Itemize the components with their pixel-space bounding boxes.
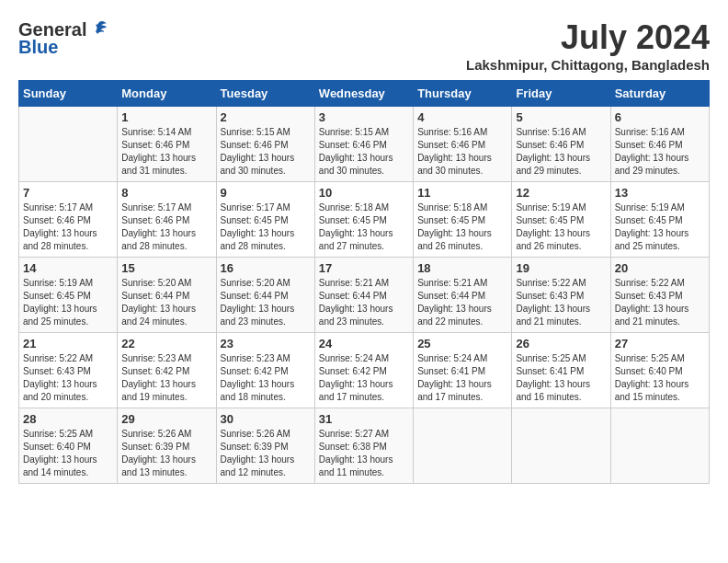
calendar-cell: 23Sunrise: 5:23 AM Sunset: 6:42 PM Dayli… — [216, 333, 314, 408]
day-detail: Sunrise: 5:16 AM Sunset: 6:46 PM Dayligh… — [615, 126, 705, 178]
day-detail: Sunrise: 5:26 AM Sunset: 6:39 PM Dayligh… — [121, 428, 211, 479]
calendar-cell: 31Sunrise: 5:27 AM Sunset: 6:38 PM Dayli… — [314, 408, 413, 484]
day-number: 30 — [221, 412, 311, 426]
day-of-week-sunday: Sunday — [19, 81, 118, 107]
calendar-cell — [19, 107, 118, 182]
calendar-cell: 3Sunrise: 5:15 AM Sunset: 6:46 PM Daylig… — [314, 107, 413, 182]
day-number: 31 — [319, 412, 409, 426]
day-detail: Sunrise: 5:18 AM Sunset: 6:45 PM Dayligh… — [319, 201, 409, 253]
calendar-table: SundayMondayTuesdayWednesdayThursdayFrid… — [18, 80, 710, 484]
day-detail: Sunrise: 5:21 AM Sunset: 6:44 PM Dayligh… — [319, 277, 409, 328]
day-number: 28 — [23, 412, 113, 426]
day-number: 19 — [516, 261, 606, 275]
day-detail: Sunrise: 5:19 AM Sunset: 6:45 PM Dayligh… — [615, 201, 705, 253]
day-number: 17 — [319, 261, 409, 275]
day-detail: Sunrise: 5:17 AM Sunset: 6:46 PM Dayligh… — [23, 201, 113, 253]
calendar-cell: 1Sunrise: 5:14 AM Sunset: 6:46 PM Daylig… — [118, 107, 216, 182]
day-detail: Sunrise: 5:20 AM Sunset: 6:44 PM Dayligh… — [121, 277, 211, 328]
day-number: 3 — [319, 110, 409, 124]
day-number: 8 — [121, 186, 211, 200]
day-number: 12 — [516, 186, 606, 200]
day-detail: Sunrise: 5:19 AM Sunset: 6:45 PM Dayligh… — [23, 277, 113, 328]
day-number: 4 — [417, 110, 507, 124]
day-number: 22 — [121, 337, 211, 350]
calendar-week-4: 21Sunrise: 5:22 AM Sunset: 6:43 PM Dayli… — [19, 333, 710, 408]
calendar-week-2: 7Sunrise: 5:17 AM Sunset: 6:46 PM Daylig… — [19, 182, 710, 258]
day-detail: Sunrise: 5:27 AM Sunset: 6:38 PM Dayligh… — [319, 428, 409, 479]
day-detail: Sunrise: 5:25 AM Sunset: 6:40 PM Dayligh… — [23, 428, 113, 479]
calendar-cell — [414, 408, 512, 484]
day-number: 18 — [417, 261, 507, 275]
day-of-week-saturday: Saturday — [610, 81, 709, 107]
calendar-cell: 28Sunrise: 5:25 AM Sunset: 6:40 PM Dayli… — [19, 408, 118, 484]
day-number: 20 — [615, 261, 705, 275]
calendar-cell: 14Sunrise: 5:19 AM Sunset: 6:45 PM Dayli… — [19, 258, 118, 333]
calendar-week-5: 28Sunrise: 5:25 AM Sunset: 6:40 PM Dayli… — [19, 408, 710, 484]
calendar-cell: 2Sunrise: 5:15 AM Sunset: 6:46 PM Daylig… — [216, 107, 314, 182]
calendar-cell: 10Sunrise: 5:18 AM Sunset: 6:45 PM Dayli… — [314, 182, 413, 258]
day-of-week-wednesday: Wednesday — [314, 81, 413, 107]
day-number: 25 — [417, 337, 507, 350]
day-detail: Sunrise: 5:25 AM Sunset: 6:40 PM Dayligh… — [615, 352, 705, 404]
day-detail: Sunrise: 5:22 AM Sunset: 6:43 PM Dayligh… — [516, 277, 606, 328]
calendar-week-3: 14Sunrise: 5:19 AM Sunset: 6:45 PM Dayli… — [19, 258, 710, 333]
calendar-cell — [512, 408, 610, 484]
day-detail: Sunrise: 5:24 AM Sunset: 6:41 PM Dayligh… — [417, 352, 507, 404]
day-number: 24 — [319, 337, 409, 350]
day-detail: Sunrise: 5:17 AM Sunset: 6:45 PM Dayligh… — [221, 201, 311, 253]
month-year-title: July 2024 — [466, 18, 710, 57]
location-subtitle: Lakshmipur, Chittagong, Bangladesh — [466, 57, 710, 73]
calendar-cell: 16Sunrise: 5:20 AM Sunset: 6:44 PM Dayli… — [216, 258, 314, 333]
day-detail: Sunrise: 5:14 AM Sunset: 6:46 PM Dayligh… — [121, 126, 211, 178]
calendar-week-1: 1Sunrise: 5:14 AM Sunset: 6:46 PM Daylig… — [19, 107, 710, 182]
day-detail: Sunrise: 5:21 AM Sunset: 6:44 PM Dayligh… — [417, 277, 507, 328]
day-number: 1 — [121, 110, 211, 124]
day-detail: Sunrise: 5:20 AM Sunset: 6:44 PM Dayligh… — [221, 277, 311, 328]
day-number: 23 — [221, 337, 311, 350]
day-detail: Sunrise: 5:18 AM Sunset: 6:45 PM Dayligh… — [417, 201, 507, 253]
calendar-cell: 11Sunrise: 5:18 AM Sunset: 6:45 PM Dayli… — [414, 182, 512, 258]
calendar-cell: 29Sunrise: 5:26 AM Sunset: 6:39 PM Dayli… — [118, 408, 216, 484]
day-detail: Sunrise: 5:17 AM Sunset: 6:46 PM Dayligh… — [121, 201, 211, 253]
day-number: 13 — [615, 186, 705, 200]
day-number: 21 — [23, 337, 113, 350]
day-number: 27 — [615, 337, 705, 350]
day-detail: Sunrise: 5:23 AM Sunset: 6:42 PM Dayligh… — [221, 352, 311, 404]
day-detail: Sunrise: 5:22 AM Sunset: 6:43 PM Dayligh… — [23, 352, 113, 404]
calendar-cell: 20Sunrise: 5:22 AM Sunset: 6:43 PM Dayli… — [610, 258, 709, 333]
days-of-week-row: SundayMondayTuesdayWednesdayThursdayFrid… — [19, 81, 710, 107]
day-number: 29 — [121, 412, 211, 426]
day-detail: Sunrise: 5:24 AM Sunset: 6:42 PM Dayligh… — [319, 352, 409, 404]
calendar-cell: 30Sunrise: 5:26 AM Sunset: 6:39 PM Dayli… — [216, 408, 314, 484]
calendar-cell: 17Sunrise: 5:21 AM Sunset: 6:44 PM Dayli… — [314, 258, 413, 333]
day-of-week-monday: Monday — [118, 81, 216, 107]
day-detail: Sunrise: 5:22 AM Sunset: 6:43 PM Dayligh… — [615, 277, 705, 328]
calendar-cell: 15Sunrise: 5:20 AM Sunset: 6:44 PM Dayli… — [118, 258, 216, 333]
day-detail: Sunrise: 5:15 AM Sunset: 6:46 PM Dayligh… — [221, 126, 311, 178]
calendar-cell: 19Sunrise: 5:22 AM Sunset: 6:43 PM Dayli… — [512, 258, 610, 333]
calendar-cell: 26Sunrise: 5:25 AM Sunset: 6:41 PM Dayli… — [512, 333, 610, 408]
title-area: July 2024 Lakshmipur, Chittagong, Bangla… — [466, 18, 710, 73]
day-of-week-tuesday: Tuesday — [216, 81, 314, 107]
day-detail: Sunrise: 5:19 AM Sunset: 6:45 PM Dayligh… — [516, 201, 606, 253]
day-of-week-friday: Friday — [512, 81, 610, 107]
logo: General Blue — [18, 18, 110, 58]
day-number: 7 — [23, 186, 113, 200]
page-header: General Blue July 2024 Lakshmipur, Chitt… — [18, 18, 710, 73]
day-detail: Sunrise: 5:23 AM Sunset: 6:42 PM Dayligh… — [121, 352, 211, 404]
day-number: 9 — [221, 186, 311, 200]
calendar-cell: 21Sunrise: 5:22 AM Sunset: 6:43 PM Dayli… — [19, 333, 118, 408]
day-number: 10 — [319, 186, 409, 200]
calendar-cell: 18Sunrise: 5:21 AM Sunset: 6:44 PM Dayli… — [414, 258, 512, 333]
day-detail: Sunrise: 5:15 AM Sunset: 6:46 PM Dayligh… — [319, 126, 409, 178]
day-number: 16 — [221, 261, 311, 275]
calendar-cell — [610, 408, 709, 484]
day-number: 15 — [121, 261, 211, 275]
calendar-cell: 27Sunrise: 5:25 AM Sunset: 6:40 PM Dayli… — [610, 333, 709, 408]
calendar-cell: 9Sunrise: 5:17 AM Sunset: 6:45 PM Daylig… — [216, 182, 314, 258]
calendar-cell: 6Sunrise: 5:16 AM Sunset: 6:46 PM Daylig… — [610, 107, 709, 182]
calendar-cell: 8Sunrise: 5:17 AM Sunset: 6:46 PM Daylig… — [118, 182, 216, 258]
calendar-cell: 12Sunrise: 5:19 AM Sunset: 6:45 PM Dayli… — [512, 182, 610, 258]
calendar-cell: 25Sunrise: 5:24 AM Sunset: 6:41 PM Dayli… — [414, 333, 512, 408]
day-number: 5 — [516, 110, 606, 124]
